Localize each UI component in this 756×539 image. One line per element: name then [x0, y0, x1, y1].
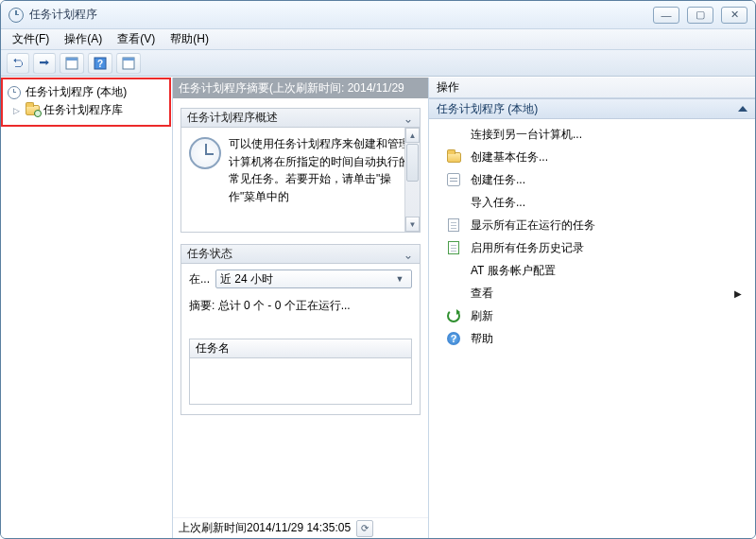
expand-icon[interactable]: ▷: [12, 106, 21, 115]
col-task-name: 任务名: [196, 340, 230, 356]
back-button[interactable]: ⮌: [7, 53, 29, 74]
blank-icon: [446, 127, 461, 142]
summary-header: 任务计划程序摘要(上次刷新时间: 2014/11/29: [173, 78, 428, 98]
chevron-down-icon: ▼: [392, 274, 407, 284]
overview-scrollbar[interactable]: ▲ ▼: [404, 128, 420, 232]
status-in-label: 在...: [189, 271, 210, 287]
toolbar-pane2-button[interactable]: [116, 53, 141, 74]
action-label: AT 服务帐户配置: [471, 263, 556, 279]
action-enable-history[interactable]: 启用所有任务历史记录: [429, 236, 755, 259]
overview-body: 可以使用任务计划程序来创建和管理计算机将在所指定的时间自动执行的常见任务。若要开…: [181, 128, 420, 232]
scroll-down-button[interactable]: ▼: [405, 217, 420, 232]
action-label: 创建基本任务...: [471, 149, 548, 165]
action-refresh[interactable]: 刷新: [429, 304, 755, 327]
status-section: 任务状态 ⌃ 在... 近 24 小时 ▼ 摘要: 总计 0 个 - 0 个正在…: [180, 244, 421, 415]
chevron-up-icon: ⌃: [403, 112, 414, 125]
clock-icon: [9, 8, 24, 23]
overview-title[interactable]: 任务计划程序概述 ⌃: [181, 109, 420, 128]
tree-root[interactable]: 任务计划程序 (本地): [5, 83, 168, 101]
status-title[interactable]: 任务状态 ⌃: [181, 245, 420, 264]
summary-body: 任务计划程序概述 ⌃ 可以使用任务计划程序来创建和管理计算机将在所指定的时间自动…: [173, 98, 428, 517]
menu-file[interactable]: 文件(F): [7, 29, 55, 49]
blank-icon: [446, 286, 461, 301]
action-create-task[interactable]: 创建任务...: [429, 168, 755, 191]
menu-action[interactable]: 操作(A): [59, 29, 108, 49]
last-refresh-text: 上次刷新时间2014/11/29 14:35:05: [179, 520, 351, 536]
tree-library[interactable]: ▷ 任务计划程序库: [5, 101, 168, 119]
folder-clock-icon: [25, 103, 40, 118]
action-label: 显示所有正在运行的任务: [471, 217, 595, 234]
menu-view[interactable]: 查看(V): [112, 29, 161, 49]
actions-header: 操作: [429, 78, 755, 98]
svg-text:?: ?: [97, 59, 103, 69]
window-controls: — ▢ ✕: [653, 7, 751, 24]
toolbar-help-button[interactable]: ?: [88, 53, 112, 74]
minimize-button[interactable]: —: [653, 7, 679, 24]
svg-rect-5: [123, 58, 134, 61]
actions-group-title: 任务计划程序 (本地): [437, 101, 538, 117]
overview-section: 任务计划程序概述 ⌃ 可以使用任务计划程序来创建和管理计算机将在所指定的时间自动…: [180, 108, 421, 233]
blank-icon: [446, 195, 461, 210]
forward-button[interactable]: ⮕: [33, 53, 56, 74]
actions-pane: 操作 任务计划程序 (本地) 连接到另一台计算机... 创建基本任务... 创建…: [429, 78, 755, 538]
maximize-button[interactable]: ▢: [687, 7, 713, 24]
summary-pane: 任务计划程序摘要(上次刷新时间: 2014/11/29 任务计划程序概述 ⌃ 可…: [173, 78, 429, 538]
content-area: 任务计划程序 (本地) ▷ 任务计划程序库 任务计划程序摘要(上次刷新时间: 2…: [1, 77, 755, 538]
clock-icon: [7, 85, 22, 100]
overview-text: 可以使用任务计划程序来创建和管理计算机将在所指定的时间自动执行的常见任务。若要开…: [229, 135, 412, 205]
titlebar: 任务计划程序 — ▢ ✕: [1, 1, 755, 29]
action-label: 导入任务...: [471, 195, 525, 211]
summary-footer: 上次刷新时间2014/11/29 14:35:05 ⟳: [173, 517, 428, 538]
action-label: 连接到另一台计算机...: [471, 127, 582, 143]
action-connect[interactable]: 连接到另一台计算机...: [429, 123, 755, 146]
action-label: 帮助: [471, 331, 493, 347]
tree-root-label: 任务计划程序 (本地): [26, 84, 127, 100]
action-at-service[interactable]: AT 服务帐户配置: [429, 259, 755, 282]
action-label: 刷新: [471, 308, 493, 324]
action-label: 创建任务...: [471, 172, 525, 188]
history-icon: [446, 240, 461, 255]
action-show-running[interactable]: 显示所有正在运行的任务: [429, 214, 755, 236]
task-list[interactable]: 任务名: [189, 339, 412, 405]
actions-group-header[interactable]: 任务计划程序 (本地): [429, 98, 755, 119]
action-view[interactable]: 查看 ▶: [429, 282, 755, 304]
actions-list: 连接到另一台计算机... 创建基本任务... 创建任务... 导入任务... 显…: [429, 119, 755, 354]
scroll-thumb[interactable]: [406, 144, 419, 182]
toolbar: ⮌ ⮕ ?: [1, 50, 755, 77]
action-import-task[interactable]: 导入任务...: [429, 191, 755, 214]
pane-icon: [122, 57, 135, 70]
chevron-up-icon: ⌃: [403, 248, 414, 261]
menu-help[interactable]: 帮助(H): [164, 29, 215, 49]
help-icon: ?: [446, 331, 461, 346]
action-create-basic-task[interactable]: 创建基本任务...: [429, 146, 755, 168]
task-icon: [446, 172, 461, 187]
overview-title-text: 任务计划程序概述: [187, 110, 278, 126]
refresh-icon: [446, 308, 461, 323]
wizard-icon: [446, 149, 461, 165]
tree-library-label: 任务计划程序库: [43, 102, 123, 118]
close-button[interactable]: ✕: [721, 7, 747, 24]
footer-refresh-button[interactable]: ⟳: [356, 520, 373, 537]
status-title-text: 任务状态: [187, 246, 232, 262]
toolbar-pane1-button[interactable]: [60, 53, 84, 74]
menubar: 文件(F) 操作(A) 查看(V) 帮助(H): [1, 29, 755, 50]
svg-rect-1: [66, 58, 77, 61]
clock-icon: [189, 137, 221, 169]
task-list-header[interactable]: 任务名: [190, 339, 411, 358]
blank-icon: [446, 263, 461, 278]
task-scheduler-window: 任务计划程序 — ▢ ✕ 文件(F) 操作(A) 查看(V) 帮助(H) ⮌ ⮕…: [0, 0, 756, 539]
action-help[interactable]: ? 帮助: [429, 327, 755, 350]
time-range-dropdown[interactable]: 近 24 小时 ▼: [215, 270, 412, 288]
action-label: 查看: [471, 286, 493, 302]
list-icon: [446, 217, 461, 233]
collapse-icon: [738, 106, 747, 112]
window-title: 任务计划程序: [29, 7, 97, 23]
status-summary: 摘要: 总计 0 个 - 0 个正在运行...: [189, 298, 412, 314]
status-body: 在... 近 24 小时 ▼ 摘要: 总计 0 个 - 0 个正在运行... 任…: [181, 264, 420, 414]
submenu-arrow-icon: ▶: [734, 288, 742, 299]
scroll-up-button[interactable]: ▲: [405, 128, 420, 143]
help-icon: ?: [94, 57, 107, 70]
action-label: 启用所有任务历史记录: [471, 240, 584, 256]
tree: 任务计划程序 (本地) ▷ 任务计划程序库: [1, 78, 172, 125]
dropdown-value: 近 24 小时: [220, 271, 273, 287]
